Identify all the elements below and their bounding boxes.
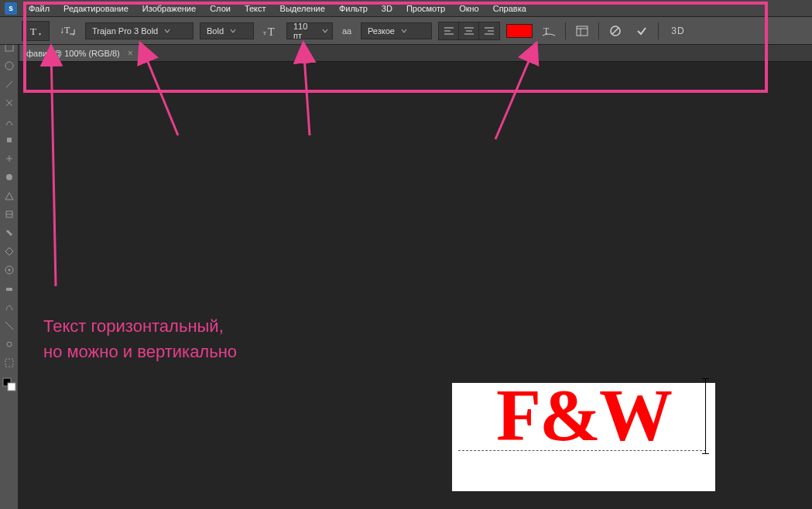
tools-panel: T — [0, 17, 19, 509]
svg-rect-7 — [6, 288, 12, 291]
svg-point-8 — [7, 342, 12, 347]
annotation-line1: Текст горизонтальный, — [43, 313, 237, 339]
menu-view[interactable]: Просмотр — [399, 0, 452, 17]
text-baseline-guide — [458, 450, 706, 451]
character-panel-button[interactable] — [572, 22, 592, 39]
svg-rect-9 — [5, 359, 13, 367]
tool-slot-17[interactable] — [1, 336, 18, 353]
text-orientation-toggle[interactable]: ↓T — [56, 21, 79, 41]
svg-text:↓T: ↓T — [60, 25, 70, 36]
separator — [565, 22, 566, 39]
svg-text:т: т — [263, 29, 266, 36]
separator — [598, 22, 599, 39]
font-size-dropdown[interactable]: 110 пт — [286, 22, 333, 39]
tool-slot-11[interactable] — [1, 224, 18, 241]
svg-rect-3 — [7, 138, 12, 142]
menu-text[interactable]: Текст — [238, 0, 273, 17]
svg-point-6 — [8, 269, 10, 272]
svg-point-2 — [5, 62, 13, 70]
svg-text:T: T — [30, 26, 36, 37]
menu-window[interactable]: Окно — [452, 0, 486, 17]
3d-button[interactable]: 3D — [665, 22, 691, 39]
menu-select[interactable]: Выделение — [273, 0, 332, 17]
menu-3d[interactable]: 3D — [375, 0, 399, 17]
font-size-icon: тT — [260, 22, 280, 39]
menu-edit[interactable]: Редактирование — [57, 0, 135, 17]
text-align-group — [438, 22, 500, 40]
annotation-line2: но можно и вертикально — [43, 339, 237, 364]
tool-preset-picker[interactable]: T — [22, 21, 50, 41]
document-tab-title: фавик @ 100% (RGB/8) — [26, 49, 120, 58]
canvas-area[interactable]: F&W — [19, 62, 812, 509]
separator — [658, 22, 659, 39]
warp-text-button[interactable]: T — [539, 22, 559, 39]
svg-text:T: T — [268, 26, 275, 38]
antialias-value: Резкое — [368, 26, 395, 36]
svg-point-4 — [6, 174, 12, 180]
tool-slot-6[interactable] — [1, 132, 18, 149]
commit-button[interactable] — [632, 22, 652, 39]
chevron-down-icon — [163, 26, 172, 36]
tool-slot-5[interactable] — [1, 113, 18, 130]
font-size-value: 110 пт — [293, 22, 316, 40]
tool-slot-colors[interactable] — [1, 373, 18, 396]
chevron-down-icon — [228, 26, 238, 36]
svg-rect-17 — [577, 26, 588, 36]
font-weight-value: Bold — [207, 26, 224, 36]
annotation-text: Текст горизонтальный, но можно и вертика… — [43, 313, 237, 364]
svg-rect-11 — [8, 383, 15, 391]
tool-slot-7[interactable] — [1, 150, 18, 167]
tool-slot-16[interactable] — [1, 317, 18, 334]
tool-slot-4[interactable] — [1, 94, 18, 111]
menu-bar: s Файл Редактирование Изображение Слои Т… — [0, 0, 812, 17]
tool-slot-2[interactable] — [1, 57, 18, 74]
align-right-button[interactable] — [479, 22, 499, 39]
font-family-value: Trajan Pro 3 Bold — [92, 26, 158, 36]
align-left-button[interactable] — [439, 22, 459, 39]
antialias-icon: aа — [339, 22, 355, 39]
document-tab-bar: фавик @ 100% (RGB/8) × — [0, 45, 812, 62]
document-tab[interactable]: фавик @ 100% (RGB/8) × — [20, 44, 140, 61]
align-center-button[interactable] — [459, 22, 479, 39]
tool-slot-12[interactable] — [1, 243, 18, 260]
font-weight-dropdown[interactable]: Bold — [200, 22, 254, 39]
text-color-swatch[interactable] — [506, 24, 533, 38]
tool-slot-18[interactable] — [1, 354, 18, 371]
menu-image[interactable]: Изображение — [135, 0, 203, 17]
chevron-down-icon — [399, 26, 409, 36]
app-logo: s — [5, 2, 17, 15]
cancel-button[interactable] — [605, 22, 625, 39]
menu-file[interactable]: Файл — [22, 0, 57, 17]
tool-slot-14[interactable] — [1, 280, 18, 297]
tool-slot-9[interactable] — [1, 187, 18, 204]
menu-help[interactable]: Справка — [486, 0, 533, 17]
font-family-dropdown[interactable]: Trajan Pro 3 Bold — [85, 22, 194, 39]
tool-slot-3[interactable] — [1, 76, 18, 93]
tool-slot-13[interactable] — [1, 261, 18, 278]
chevron-down-icon — [320, 26, 329, 36]
tool-slot-8[interactable] — [1, 169, 18, 186]
tool-slot-10[interactable] — [1, 206, 18, 223]
options-bar: T ↓T Trajan Pro 3 Bold Bold тT 110 пт aа… — [0, 17, 812, 45]
canvas-text-layer[interactable]: F&W — [496, 383, 671, 449]
menu-layers[interactable]: Слои — [203, 0, 238, 17]
antialias-dropdown[interactable]: Резкое — [361, 22, 432, 39]
close-icon[interactable]: × — [128, 48, 133, 59]
tool-slot-15[interactable] — [1, 299, 18, 316]
menu-filter[interactable]: Фильтр — [332, 0, 375, 17]
text-cursor — [705, 378, 706, 454]
document-canvas[interactable]: F&W — [452, 383, 715, 491]
